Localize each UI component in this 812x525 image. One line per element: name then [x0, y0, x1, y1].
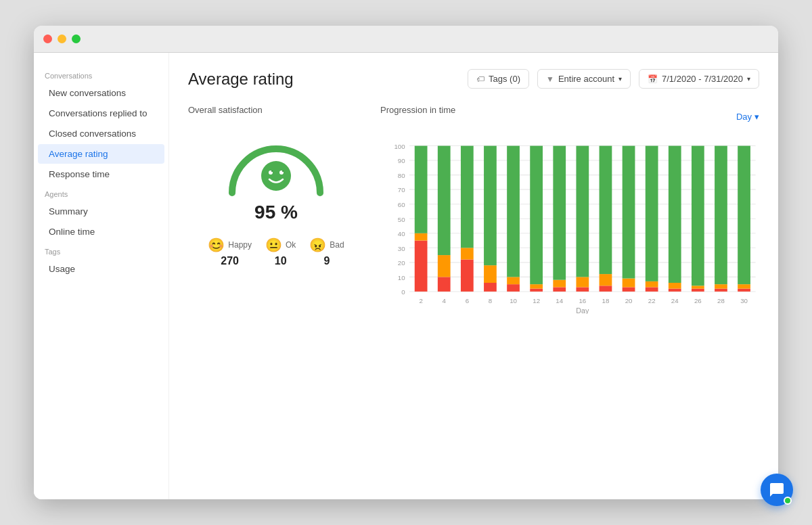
- svg-text:26: 26: [694, 297, 702, 304]
- progression-panel: Progression in time Day ▾ 01020304050607…: [380, 105, 759, 314]
- svg-rect-71: [669, 289, 681, 292]
- svg-point-3: [271, 170, 273, 172]
- bad-label: Bad: [330, 240, 344, 250]
- sidebar-section-conversations: Conversations: [34, 66, 168, 83]
- svg-rect-55: [576, 287, 589, 291]
- rating-ok: 😐 Ok 10: [265, 237, 296, 267]
- close-dot[interactable]: [43, 35, 52, 43]
- svg-rect-40: [484, 265, 497, 283]
- progression-header: Progression in time Day ▾: [380, 105, 759, 129]
- svg-rect-64: [623, 279, 635, 288]
- progression-title: Progression in time: [380, 105, 455, 115]
- svg-rect-32: [438, 255, 451, 277]
- svg-rect-67: [646, 287, 658, 291]
- svg-text:40: 40: [398, 230, 405, 237]
- svg-rect-44: [507, 277, 520, 284]
- svg-rect-47: [530, 289, 543, 292]
- maximize-dot[interactable]: [72, 35, 81, 43]
- svg-text:10: 10: [510, 297, 517, 304]
- svg-rect-79: [715, 289, 727, 292]
- svg-rect-51: [553, 287, 566, 291]
- svg-text:20: 20: [625, 297, 633, 304]
- tags-label: Tags (0): [489, 74, 520, 84]
- svg-point-4: [282, 170, 284, 172]
- svg-rect-45: [507, 146, 520, 277]
- ok-label: Ok: [286, 240, 296, 250]
- svg-rect-63: [623, 287, 635, 291]
- ok-emoji: 😐: [265, 237, 282, 253]
- chevron-down-icon2: ▾: [747, 75, 750, 83]
- day-label: Day: [736, 112, 752, 122]
- svg-text:100: 100: [394, 143, 405, 150]
- sidebar-item-new-conversations[interactable]: New conversations: [38, 83, 164, 103]
- tags-button[interactable]: 🏷 Tags (0): [468, 69, 529, 89]
- main-header: Average rating 🏷 Tags (0) ▼ Entire accou…: [188, 69, 759, 89]
- svg-rect-72: [669, 283, 681, 289]
- svg-text:50: 50: [398, 216, 405, 223]
- svg-rect-65: [623, 146, 635, 279]
- svg-rect-57: [576, 146, 589, 277]
- rating-happy: 😊 Happy 270: [208, 237, 252, 267]
- app-window: ConversationsNew conversationsConversati…: [34, 26, 778, 499]
- svg-text:10: 10: [398, 274, 405, 281]
- bad-count: 9: [324, 255, 330, 267]
- svg-text:90: 90: [398, 157, 405, 164]
- date-button[interactable]: 📅 7/1/2020 - 7/31/2020 ▾: [639, 69, 759, 89]
- svg-rect-37: [461, 146, 474, 248]
- happy-count: 270: [221, 255, 239, 267]
- svg-rect-84: [738, 284, 750, 288]
- svg-rect-75: [692, 289, 704, 292]
- sidebar-item-average-rating[interactable]: Average rating: [38, 144, 164, 164]
- tag-icon: 🏷: [476, 74, 484, 84]
- svg-rect-43: [507, 284, 520, 292]
- bar-chart-svg: 0102030405060708090100246810121416182022…: [380, 138, 759, 314]
- svg-rect-31: [438, 277, 451, 292]
- svg-rect-35: [461, 260, 474, 292]
- ok-count: 10: [275, 255, 287, 267]
- ratings-row: 😊 Happy 270 😐 Ok 10: [208, 237, 344, 267]
- svg-text:30: 30: [398, 245, 405, 252]
- main-content: Average rating 🏷 Tags (0) ▼ Entire accou…: [169, 53, 778, 499]
- svg-text:8: 8: [489, 297, 492, 304]
- svg-rect-61: [600, 146, 612, 275]
- chat-icon: [769, 482, 778, 498]
- sidebar-item-closed-conversations[interactable]: Closed conversations: [38, 124, 164, 143]
- chevron-down-icon3: ▾: [754, 112, 759, 122]
- gauge-percent: 95 %: [254, 202, 298, 223]
- happy-emoji: 😊: [208, 237, 225, 253]
- minimize-dot[interactable]: [58, 35, 66, 43]
- svg-text:14: 14: [556, 297, 563, 304]
- svg-point-0: [261, 161, 291, 191]
- svg-rect-36: [461, 248, 474, 259]
- sidebar-item-usage[interactable]: Usage: [38, 259, 164, 279]
- svg-text:6: 6: [466, 297, 469, 304]
- svg-rect-73: [669, 146, 681, 283]
- svg-text:16: 16: [579, 297, 586, 304]
- sidebar-item-online-time[interactable]: Online time: [38, 222, 164, 242]
- sidebar-section-tags: Tags: [34, 242, 168, 258]
- satisfaction-title: Overall satisfaction: [188, 105, 364, 115]
- chart-area: 0102030405060708090100246810121416182022…: [380, 138, 759, 314]
- sidebar-item-conversations-replied-to[interactable]: Conversations replied to: [38, 104, 164, 123]
- account-button[interactable]: ▼ Entire account ▾: [537, 69, 631, 89]
- svg-rect-29: [415, 146, 428, 233]
- svg-rect-60: [600, 274, 612, 286]
- day-selector[interactable]: Day ▾: [736, 112, 759, 122]
- svg-rect-52: [553, 280, 566, 288]
- svg-text:4: 4: [443, 297, 447, 304]
- sidebar-item-summary[interactable]: Summary: [38, 202, 164, 221]
- svg-text:20: 20: [398, 259, 405, 267]
- svg-rect-77: [692, 146, 704, 286]
- svg-rect-56: [576, 277, 589, 287]
- svg-text:70: 70: [398, 186, 405, 193]
- sidebar-item-response-time[interactable]: Response time: [38, 164, 164, 184]
- svg-text:18: 18: [602, 297, 610, 304]
- svg-rect-33: [438, 146, 451, 256]
- svg-rect-27: [415, 241, 428, 292]
- svg-rect-80: [715, 284, 727, 288]
- svg-text:30: 30: [740, 297, 748, 304]
- svg-rect-59: [600, 286, 612, 292]
- svg-rect-68: [646, 281, 658, 288]
- svg-rect-85: [738, 146, 750, 285]
- svg-rect-76: [692, 286, 704, 288]
